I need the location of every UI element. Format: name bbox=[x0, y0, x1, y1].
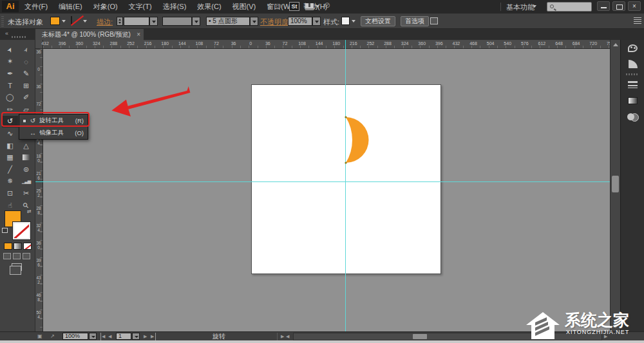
stroke-weight-label[interactable]: 描边: bbox=[97, 17, 113, 27]
brush-definition-dropdown[interactable] bbox=[250, 17, 258, 26]
minimize-button[interactable] bbox=[597, 1, 610, 11]
artboard-tool[interactable]: ⊡ bbox=[2, 187, 18, 199]
transparency-panel-icon[interactable] bbox=[621, 109, 644, 125]
last-artboard-icon[interactable]: ▶ bbox=[151, 333, 156, 340]
curvature-tool[interactable]: ✎ bbox=[18, 68, 34, 80]
stroke-color-control[interactable] bbox=[13, 222, 30, 239]
preferences-button[interactable]: 首选项 bbox=[401, 16, 429, 26]
brush-definition-field[interactable]: • 5 点圆形 bbox=[206, 17, 250, 26]
previous-artboard-icon[interactable]: ◀ bbox=[108, 333, 111, 340]
width-profile-dropdown[interactable] bbox=[192, 17, 200, 26]
bridge-icon[interactable]: Br bbox=[274, 2, 284, 11]
stroke-panel-icon[interactable] bbox=[621, 77, 644, 93]
magic-wand-tool[interactable]: ✶ bbox=[2, 56, 18, 68]
stock-icon[interactable]: St bbox=[289, 2, 299, 11]
stroke-caret-icon[interactable] bbox=[83, 20, 87, 23]
stroke-weight-dropdown[interactable] bbox=[149, 17, 158, 26]
style-swatch[interactable] bbox=[341, 17, 350, 25]
default-colors-icon[interactable] bbox=[2, 228, 8, 233]
zoom-level-field[interactable]: 100% bbox=[62, 333, 88, 340]
ellipse-tool[interactable]: ◯ bbox=[2, 91, 18, 104]
menu-file[interactable]: 文件(F) bbox=[24, 2, 48, 12]
rectangle-grid-tool[interactable]: ⊞ bbox=[18, 80, 34, 92]
scroll-left-icon[interactable]: ◀ bbox=[286, 333, 289, 340]
tools-collapse-button[interactable]: « bbox=[5, 30, 8, 37]
color-mode-button[interactable] bbox=[4, 243, 12, 250]
lasso-tool[interactable]: ◌ bbox=[18, 56, 34, 68]
draw-inside-icon[interactable] bbox=[23, 253, 30, 259]
search-input[interactable] bbox=[547, 2, 592, 12]
control-panel-menu-icon[interactable] bbox=[634, 17, 641, 24]
opacity-dropdown[interactable] bbox=[312, 17, 321, 26]
crescent-shape[interactable] bbox=[346, 117, 369, 163]
slice-tool[interactable]: ✂ bbox=[18, 187, 34, 199]
gradient-tool[interactable]: ▧ bbox=[18, 151, 34, 163]
gradient-panel-icon[interactable] bbox=[621, 93, 644, 109]
flyout-item-reflect[interactable]: ↔镜像工具(O) bbox=[19, 127, 88, 139]
scroll-up-icon[interactable] bbox=[613, 43, 618, 46]
mesh-tool[interactable]: ▦ bbox=[2, 151, 18, 163]
eyedropper-tool[interactable]: ╱ bbox=[2, 163, 18, 176]
crescent-artwork[interactable] bbox=[319, 109, 377, 171]
none-mode-button[interactable] bbox=[23, 243, 32, 250]
opacity-label[interactable]: 不透明度: bbox=[260, 17, 290, 27]
tab-close-icon[interactable]: × bbox=[137, 29, 140, 40]
tools-panel-grip[interactable] bbox=[12, 36, 26, 38]
style-caret-icon[interactable] bbox=[352, 20, 355, 23]
workspace-switcher[interactable]: 基本功能 bbox=[506, 3, 535, 12]
blend-tool[interactable]: ⊚ bbox=[18, 163, 34, 176]
width-tool[interactable]: ∿ bbox=[2, 127, 18, 140]
menu-type[interactable]: 文字(T) bbox=[129, 2, 152, 12]
swap-colors-icon[interactable]: ⇄ bbox=[27, 209, 32, 214]
paintbrush-tool[interactable]: ✐ bbox=[18, 91, 34, 104]
vertical-ruler[interactable]: 3603672108144180216252288324360396432468… bbox=[35, 49, 43, 331]
pen-tool[interactable]: ✒ bbox=[2, 68, 18, 80]
artboard-number-field[interactable]: 1 bbox=[116, 333, 131, 340]
horizontal-ruler[interactable]: 4323963603242882522161801441087236036721… bbox=[43, 40, 610, 49]
document-status-icon[interactable]: ▣ bbox=[37, 333, 43, 340]
vertical-scrollbar[interactable] bbox=[610, 40, 620, 331]
arrange-documents-icon[interactable] bbox=[305, 3, 314, 10]
draw-normal-icon[interactable] bbox=[3, 253, 11, 259]
column-graph-tool[interactable]: ▁▃▅ bbox=[18, 176, 34, 188]
horizontal-scrollbar-thumb[interactable] bbox=[413, 334, 427, 339]
menu-object[interactable]: 对象(O) bbox=[93, 2, 118, 12]
menu-effect[interactable]: 效果(C) bbox=[197, 2, 221, 12]
align-icon[interactable] bbox=[430, 17, 438, 24]
stroke-weight-stepper[interactable] bbox=[117, 17, 123, 26]
color-guide-panel-icon[interactable] bbox=[621, 56, 644, 72]
restore-button[interactable] bbox=[612, 1, 625, 11]
perspective-grid-tool[interactable]: △ bbox=[18, 140, 34, 152]
status-menu-icon[interactable]: ▶ bbox=[277, 333, 284, 340]
document-setup-button[interactable]: 文档设置 bbox=[361, 16, 395, 26]
fill-color-swatch[interactable] bbox=[50, 17, 60, 25]
type-tool[interactable]: T bbox=[2, 80, 18, 92]
workspace-caret-icon[interactable] bbox=[533, 5, 536, 8]
hand-tool[interactable]: ☝ bbox=[2, 199, 18, 212]
artboard-number-dropdown[interactable] bbox=[132, 333, 140, 340]
document-tab[interactable]: 未标题-4* @ 100% (RGB/预览) × bbox=[35, 29, 144, 40]
close-button[interactable]: × bbox=[628, 1, 641, 11]
vertical-scrollbar-thumb[interactable] bbox=[612, 176, 619, 192]
fill-caret-icon[interactable] bbox=[62, 20, 66, 23]
menu-select[interactable]: 选择(S) bbox=[163, 2, 187, 12]
menu-edit[interactable]: 编辑(E) bbox=[59, 2, 82, 12]
zoom-tool[interactable]: ⚲ bbox=[18, 199, 34, 212]
draw-behind-icon[interactable] bbox=[13, 253, 21, 259]
color-panel-icon[interactable] bbox=[621, 40, 644, 56]
next-artboard-icon[interactable]: ▶ bbox=[144, 333, 147, 340]
direct-selection-tool[interactable]: ➢ bbox=[18, 44, 34, 56]
opacity-field[interactable]: 100% bbox=[288, 17, 312, 26]
dock-grip[interactable] bbox=[626, 73, 639, 75]
stroke-color-swatch[interactable] bbox=[71, 16, 72, 25]
stroke-weight-field[interactable] bbox=[124, 17, 149, 26]
menu-view[interactable]: 视图(V) bbox=[232, 2, 256, 12]
screen-mode-icon[interactable] bbox=[12, 263, 22, 271]
export-status-icon[interactable]: ↗ bbox=[50, 333, 55, 340]
arrange-documents-caret-icon[interactable] bbox=[316, 5, 319, 8]
symbol-sprayer-tool[interactable]: ✵ bbox=[2, 176, 18, 188]
gradient-mode-button[interactable] bbox=[14, 243, 22, 250]
shape-builder-tool[interactable]: ◧ bbox=[2, 140, 18, 152]
first-artboard-icon[interactable]: ◀ bbox=[100, 333, 105, 340]
control-bar-grip[interactable] bbox=[1, 16, 4, 26]
